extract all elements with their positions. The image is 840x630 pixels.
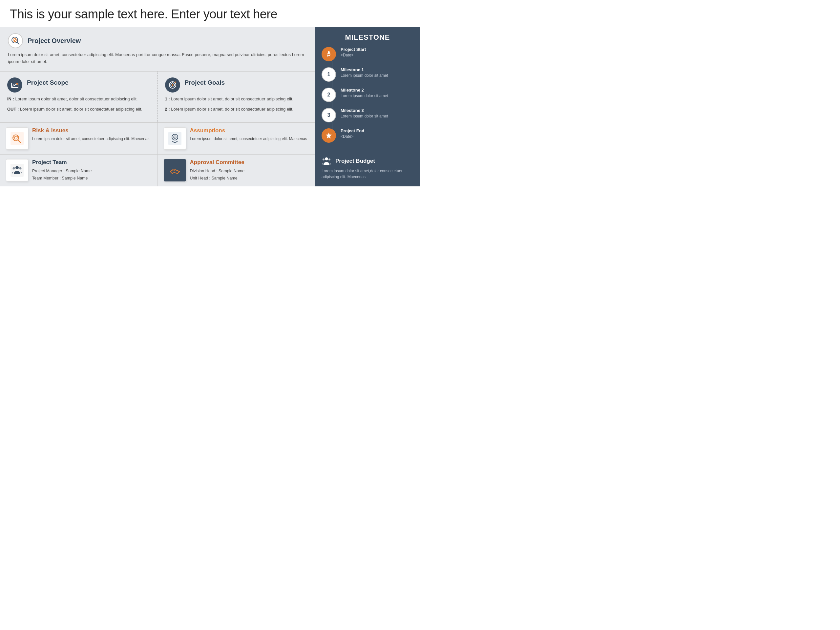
risk-text-block: Risk & Issues Lorem ipsum dolor sit amet… <box>32 127 150 142</box>
assumptions-col: Assumptions Lorem ipsum dolor sit amet, … <box>158 123 315 155</box>
team-member: Team Member : Sample Name <box>32 175 92 182</box>
svg-point-23 <box>13 167 15 170</box>
team-icon-box <box>6 159 28 182</box>
milestone-3-circle: 3 <box>322 108 336 122</box>
milestone-3: 3 Milestone 3 Lorem ipsum dolor sit amet <box>322 108 414 122</box>
team-title: Project Team <box>32 159 92 166</box>
approval-icon <box>168 163 182 177</box>
goals-header: Project Goals <box>165 77 308 93</box>
svg-rect-21 <box>11 164 24 177</box>
overview-icon-circle <box>8 33 23 48</box>
milestone-1: 1 Milestone 1 Lorem ipsum dolor sit amet <box>322 67 414 82</box>
scope-out-label: OUT : <box>7 107 19 112</box>
scope-in: IN : Lorem ipsum dolor sit amet, dolor s… <box>7 96 150 103</box>
team-section: Project Team Project Manager : Sample Na… <box>0 155 315 186</box>
milestone-end: Project End <Date> <box>322 128 414 143</box>
goals-item2: 2 : Lorem ipsum dolor sit amet, dolor si… <box>165 106 308 112</box>
scope-in-label: IN : <box>7 96 14 101</box>
overview-text: Lorem ipsum dolor sit amet, consectetuer… <box>8 52 307 65</box>
milestone-1-text: Milestone 1 Lorem ipsum dolor sit amet <box>341 67 388 79</box>
svg-marker-26 <box>326 133 332 139</box>
milestone-start-circle <box>322 47 336 62</box>
svg-point-29 <box>328 158 330 161</box>
team-text-block: Project Team Project Manager : Sample Na… <box>32 159 92 182</box>
budget-people-icon <box>322 157 332 165</box>
approval-text-block: Approval Committee Division Head : Sampl… <box>190 159 245 182</box>
scope-col: Project Scope IN : Lorem ipsum dolor sit… <box>0 71 158 122</box>
goals-item2-text: Lorem ipsum dolor sit amet, dolor sit co… <box>171 107 293 112</box>
milestone-3-text: Milestone 3 Lorem ipsum dolor sit amet <box>341 108 388 119</box>
assumptions-text-block: Assumptions Lorem ipsum dolor sit amet, … <box>190 127 308 142</box>
assumptions-title: Assumptions <box>190 127 308 134</box>
milestone-start-text: Project Start <Date> <box>341 47 366 58</box>
svg-point-25 <box>328 51 330 53</box>
risk-col: Risk & Issues Lorem ipsum dolor sit amet… <box>0 123 158 155</box>
risk-text: Lorem ipsum dolor sit amet, consectetuer… <box>32 136 150 142</box>
goals-title: Project Goals <box>185 79 225 86</box>
goals-item1-label: 1 : <box>165 96 170 101</box>
assumptions-icon <box>168 131 182 146</box>
approval-division: Division Head : Sample Name <box>190 168 245 175</box>
milestone-3-sublabel: Lorem ipsum dolor sit amet <box>341 114 388 119</box>
budget-icon <box>322 157 332 165</box>
budget-text: Lorem ipsum dolor sit amet,dolor consect… <box>322 168 414 180</box>
scope-title: Project Scope <box>27 79 69 86</box>
milestone-1-circle: 1 <box>322 67 336 82</box>
svg-point-28 <box>322 158 325 161</box>
assumptions-text: Lorem ipsum dolor sit amet, consectetuer… <box>190 136 308 142</box>
mid-section: Project Scope IN : Lorem ipsum dolor sit… <box>0 71 315 123</box>
milestone-2-label: Milestone 2 <box>341 88 388 93</box>
milestone-end-label: Project End <box>341 128 364 133</box>
milestone-3-label: Milestone 3 <box>341 108 388 113</box>
goals-icon-circle <box>165 77 180 93</box>
budget-section: Project Budget Lorem ipsum dolor sit ame… <box>322 152 414 180</box>
milestone-end-circle <box>322 128 336 143</box>
main-layout: Project Overview Lorem ipsum dolor sit a… <box>0 27 420 186</box>
team-col: Project Team Project Manager : Sample Na… <box>0 155 158 186</box>
svg-line-2 <box>17 42 19 44</box>
goals-item2-label: 2 : <box>165 107 170 112</box>
goals-item1: 1 : Lorem ipsum dolor sit amet, dolor si… <box>165 96 308 103</box>
milestone-2-circle: 2 <box>322 88 336 102</box>
overview-section: Project Overview Lorem ipsum dolor sit a… <box>0 27 315 71</box>
milestone-2-text: Milestone 2 Lorem ipsum dolor sit amet <box>341 88 388 99</box>
approval-title: Approval Committee <box>190 159 245 166</box>
svg-point-20 <box>174 136 175 137</box>
goals-item1-text: Lorem ipsum dolor sit amet, dolor sit co… <box>171 96 293 101</box>
milestone-2: 2 Milestone 2 Lorem ipsum dolor sit amet <box>322 88 414 102</box>
right-panel: MILESTONE Project Start <Date> <box>315 27 420 186</box>
svg-point-27 <box>325 158 328 161</box>
team-manager: Project Manager : Sample Name <box>32 168 92 175</box>
overview-header: Project Overview <box>8 33 307 48</box>
milestone-end-sublabel: <Date> <box>341 134 364 139</box>
goals-col: Project Goals 1 : Lorem ipsum dolor sit … <box>158 71 315 122</box>
scope-header: Project Scope <box>7 77 150 93</box>
left-panel: Project Overview Lorem ipsum dolor sit a… <box>0 27 315 186</box>
approval-col: Approval Committee Division Head : Sampl… <box>158 155 315 186</box>
svg-point-6 <box>172 84 173 86</box>
risk-title: Risk & Issues <box>32 127 150 134</box>
milestone-1-label: Milestone 1 <box>341 67 388 72</box>
risk-assumptions-section: Risk & Issues Lorem ipsum dolor sit amet… <box>0 123 315 155</box>
scope-in-text: Lorem ipsum dolor sit amet, dolor sit co… <box>16 96 138 101</box>
milestone-wrapper: Project Start <Date> 1 Milestone 1 Lorem… <box>322 47 414 148</box>
scope-icon-circle <box>7 77 22 93</box>
run-icon <box>325 51 332 58</box>
goals-icon <box>168 81 177 90</box>
overview-icon <box>11 36 20 45</box>
approval-unit: Unit Head : Sample Name <box>190 175 245 182</box>
budget-header: Project Budget <box>322 157 414 165</box>
team-icon <box>10 163 24 177</box>
star-icon <box>325 132 332 139</box>
scope-out-text: Lorem ipsum dolor sit amet, dolor sit co… <box>20 107 142 112</box>
svg-point-22 <box>16 166 19 169</box>
milestone-start: Project Start <Date> <box>322 47 414 62</box>
milestone-1-sublabel: Lorem ipsum dolor sit amet <box>341 73 388 79</box>
milestone-start-sublabel: <Date> <box>341 52 366 58</box>
milestone-end-text: Project End <Date> <box>341 128 364 139</box>
assumptions-icon-box <box>164 127 186 150</box>
risk-icon <box>10 131 24 146</box>
budget-title: Project Budget <box>335 158 375 164</box>
milestone-2-sublabel: Lorem ipsum dolor sit amet <box>341 93 388 99</box>
scope-out: OUT : Lorem ipsum dolor sit amet, dolor … <box>7 106 150 112</box>
